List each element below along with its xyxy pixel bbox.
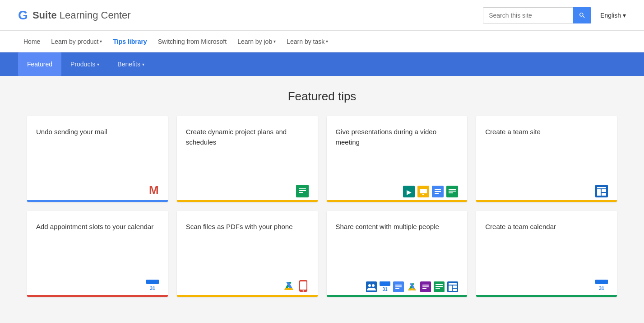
nav-learn-by-task[interactable]: Learn by task ▾ xyxy=(281,31,334,52)
chevron-icon: ▾ xyxy=(97,62,99,67)
card-title: Undo sending your mail xyxy=(36,127,159,137)
svg-rect-16 xyxy=(449,192,453,193)
chevron-icon: ▾ xyxy=(326,39,328,44)
sheets-icon-3 xyxy=(434,281,445,292)
card-bottom-bar xyxy=(177,295,318,297)
forms-icon xyxy=(420,281,431,292)
svg-text:31: 31 xyxy=(599,286,604,291)
sheets-icon-2 xyxy=(446,186,458,197)
search-container xyxy=(483,7,591,23)
svg-rect-8 xyxy=(422,194,424,195)
nav-switching-microsoft[interactable]: Switching from Microsoft xyxy=(153,31,232,52)
card-presentations[interactable]: Give presentations during a video meetin… xyxy=(327,116,468,202)
tab-bar: Featured Products ▾ Benefits ▾ xyxy=(0,52,644,76)
svg-rect-65 xyxy=(595,280,608,284)
svg-rect-43 xyxy=(395,285,402,286)
docs-icon xyxy=(432,186,444,197)
logo: G Suite Learning Center xyxy=(18,8,131,23)
svg-rect-18 xyxy=(597,187,606,188)
card-footer: M xyxy=(36,178,159,202)
chevron-icon: ▾ xyxy=(100,39,102,44)
card-scan-pdfs[interactable]: Scan files as PDFs with your phone xyxy=(177,211,318,297)
calendar-icon: 31 xyxy=(146,280,159,292)
svg-rect-3 xyxy=(299,192,303,193)
svg-text:▶: ▶ xyxy=(407,189,412,196)
nav-learn-by-product[interactable]: Learn by product ▾ xyxy=(46,31,107,52)
card-footer: ▶ xyxy=(336,180,459,202)
chevron-icon: ▾ xyxy=(142,62,144,67)
svg-point-37 xyxy=(372,284,375,287)
card-title: Give presentations during a video meetin… xyxy=(336,127,459,147)
sites-icon xyxy=(595,185,608,197)
logo-suite: Suite Learning Center xyxy=(30,9,131,21)
svg-rect-12 xyxy=(435,193,439,194)
sites-icon-2 xyxy=(447,281,458,292)
card-team-calendar[interactable]: Create a team calendar 31 xyxy=(476,211,617,297)
svg-rect-15 xyxy=(449,191,456,192)
svg-marker-31 xyxy=(284,288,293,290)
svg-rect-14 xyxy=(449,189,456,190)
card-footer xyxy=(186,274,309,297)
card-title: Scan files as PDFs with your phone xyxy=(186,222,309,232)
card-bottom-bar xyxy=(327,295,468,297)
svg-rect-41 xyxy=(380,281,390,286)
card-bottom-bar xyxy=(476,295,617,297)
card-share-content[interactable]: Share content with multiple people 31 xyxy=(327,211,468,297)
svg-rect-60 xyxy=(453,286,457,288)
svg-rect-27 xyxy=(146,280,159,284)
tab-products[interactable]: Products ▾ xyxy=(61,52,108,76)
svg-point-34 xyxy=(302,290,304,292)
calendar-icon-3: 31 xyxy=(595,280,608,292)
svg-rect-35 xyxy=(366,281,377,292)
docs-icon-2 xyxy=(393,281,404,292)
slides-icon xyxy=(417,186,429,197)
svg-marker-48 xyxy=(408,288,416,290)
card-footer xyxy=(485,179,608,202)
svg-rect-7 xyxy=(420,189,427,193)
card-team-site[interactable]: Create a team site xyxy=(476,116,617,202)
card-title: Create a team site xyxy=(485,127,608,137)
svg-rect-11 xyxy=(435,191,441,192)
language-selector[interactable]: English ▾ xyxy=(600,12,626,19)
card-undo-mail[interactable]: Undo sending your mail M xyxy=(27,116,168,202)
nav-tips-library[interactable]: Tips library xyxy=(107,31,152,52)
drive-icon xyxy=(283,280,295,292)
groups-icon xyxy=(366,281,377,292)
sheets-icon xyxy=(296,185,309,197)
svg-text:31: 31 xyxy=(150,286,155,291)
main-content: Featured tips Undo sending your mail M C… xyxy=(0,76,644,323)
search-input[interactable] xyxy=(483,7,573,23)
phone-icon xyxy=(298,280,309,292)
card-footer: 31 xyxy=(485,274,608,297)
logo-g: G xyxy=(18,8,28,23)
svg-point-36 xyxy=(368,284,371,287)
card-title: Add appointment slots to your calendar xyxy=(36,222,159,232)
cards-row-1: Undo sending your mail M Create dynamic … xyxy=(27,116,617,202)
svg-rect-61 xyxy=(453,289,457,291)
svg-rect-2 xyxy=(299,190,306,191)
card-bottom-bar xyxy=(27,200,168,202)
svg-text:31: 31 xyxy=(383,287,388,292)
header: G Suite Learning Center English ▾ xyxy=(0,0,644,31)
tab-featured[interactable]: Featured xyxy=(18,52,61,76)
svg-rect-21 xyxy=(602,193,606,196)
card-footer: 31 xyxy=(36,274,159,297)
svg-rect-58 xyxy=(449,283,457,285)
card-appointment-slots[interactable]: Add appointment slots to your calendar 3… xyxy=(27,211,168,297)
svg-rect-50 xyxy=(422,285,429,286)
svg-rect-54 xyxy=(436,284,443,285)
search-button[interactable] xyxy=(573,7,591,23)
card-bottom-bar xyxy=(327,200,468,202)
svg-rect-1 xyxy=(299,188,306,189)
nav-learn-by-job[interactable]: Learn by job ▾ xyxy=(232,31,281,52)
svg-rect-52 xyxy=(422,288,426,289)
tab-benefits[interactable]: Benefits ▾ xyxy=(108,52,153,76)
svg-rect-45 xyxy=(395,288,399,289)
svg-rect-10 xyxy=(435,189,441,190)
section-title: Featured tips xyxy=(27,89,617,103)
card-project-plans[interactable]: Create dynamic project plans and schedul… xyxy=(177,116,318,202)
nav-home[interactable]: Home xyxy=(18,31,46,52)
chevron-icon: ▾ xyxy=(273,39,276,44)
svg-rect-56 xyxy=(436,288,440,289)
card-title: Create dynamic project plans and schedul… xyxy=(186,127,309,147)
